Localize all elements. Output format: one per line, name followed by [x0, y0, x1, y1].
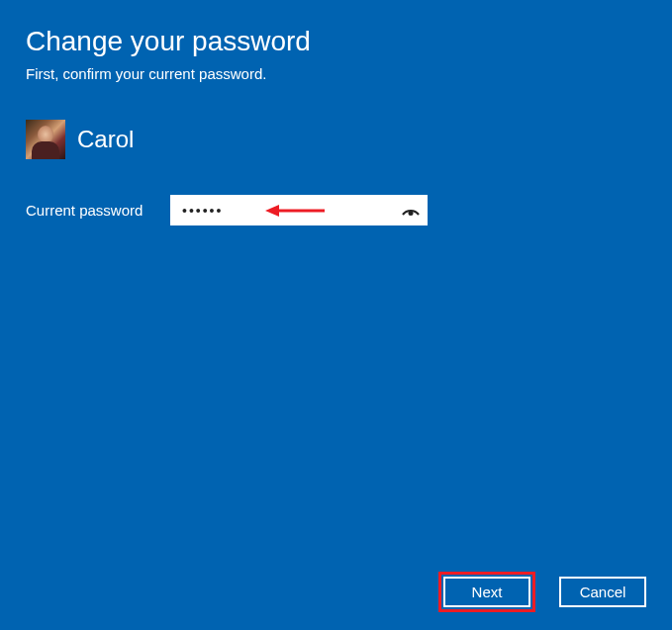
current-password-input[interactable] [170, 195, 428, 225]
page-subtitle: First, confirm your current password. [26, 65, 646, 82]
avatar [26, 120, 65, 159]
cancel-button[interactable]: Cancel [559, 577, 646, 607]
username: Carol [77, 126, 134, 153]
next-button[interactable]: Next [443, 577, 530, 607]
current-password-label: Current password [26, 202, 158, 219]
password-input-wrap [170, 195, 428, 225]
page-title: Change your password [26, 26, 646, 57]
user-block: Carol [26, 120, 646, 159]
footer-buttons: Next Cancel [438, 572, 646, 612]
next-button-highlight: Next [438, 572, 535, 612]
reveal-password-icon[interactable] [402, 205, 420, 217]
change-password-panel: Change your password First, confirm your… [0, 0, 672, 225]
current-password-row: Current password [26, 195, 646, 225]
svg-point-0 [409, 211, 414, 216]
